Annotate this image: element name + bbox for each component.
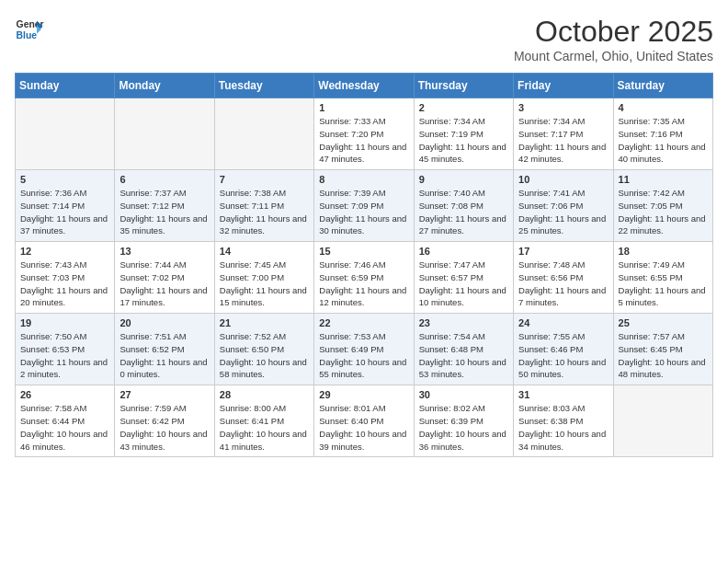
day-info: Sunrise: 7:34 AM Sunset: 7:17 PM Dayligh… (518, 115, 608, 166)
day-info: Sunrise: 7:35 AM Sunset: 7:16 PM Dayligh… (619, 115, 708, 166)
day-number: 7 (220, 174, 309, 185)
day-info: Sunrise: 7:36 AM Sunset: 7:14 PM Dayligh… (20, 187, 109, 237)
day-info: Sunrise: 7:53 AM Sunset: 6:49 PM Dayligh… (319, 330, 408, 381)
table-row: 4Sunrise: 7:35 AM Sunset: 7:16 PM Daylig… (613, 98, 712, 170)
day-number: 26 (20, 389, 109, 400)
calendar-week-row: 1Sunrise: 7:33 AM Sunset: 7:20 PM Daylig… (16, 98, 713, 170)
day-number: 9 (419, 174, 508, 185)
header-thursday: Thursday (414, 74, 513, 98)
day-info: Sunrise: 7:47 AM Sunset: 6:57 PM Dayligh… (419, 259, 508, 309)
table-row: 16Sunrise: 7:47 AM Sunset: 6:57 PM Dayli… (414, 242, 513, 314)
table-row: 1Sunrise: 7:33 AM Sunset: 7:20 PM Daylig… (314, 98, 414, 170)
table-row: 21Sunrise: 7:52 AM Sunset: 6:50 PM Dayli… (214, 314, 313, 385)
table-row: 10Sunrise: 7:41 AM Sunset: 7:06 PM Dayli… (514, 170, 613, 242)
svg-text:Blue: Blue (17, 30, 38, 40)
table-row: 25Sunrise: 7:57 AM Sunset: 6:45 PM Dayli… (613, 314, 712, 385)
day-number: 3 (518, 102, 608, 113)
weekday-header-row: Sunday Monday Tuesday Wednesday Thursday… (16, 74, 713, 98)
day-number: 22 (319, 317, 408, 328)
day-number: 27 (119, 389, 209, 400)
table-row: 13Sunrise: 7:44 AM Sunset: 7:02 PM Dayli… (115, 242, 214, 314)
day-number: 8 (319, 174, 408, 185)
day-info: Sunrise: 7:59 AM Sunset: 6:42 PM Dayligh… (119, 402, 209, 453)
table-row: 24Sunrise: 7:55 AM Sunset: 6:46 PM Dayli… (514, 314, 613, 385)
day-number: 11 (619, 174, 708, 185)
day-info: Sunrise: 7:41 AM Sunset: 7:06 PM Dayligh… (518, 187, 608, 237)
table-row: 28Sunrise: 8:00 AM Sunset: 6:41 PM Dayli… (214, 385, 313, 457)
table-row: 23Sunrise: 7:54 AM Sunset: 6:48 PM Dayli… (414, 314, 513, 385)
day-number: 6 (119, 174, 209, 185)
day-info: Sunrise: 8:02 AM Sunset: 6:39 PM Dayligh… (419, 402, 508, 453)
table-row: 20Sunrise: 7:51 AM Sunset: 6:52 PM Dayli… (115, 314, 214, 385)
header-wednesday: Wednesday (314, 74, 414, 98)
calendar-week-row: 12Sunrise: 7:43 AM Sunset: 7:03 PM Dayli… (16, 242, 713, 314)
day-number: 30 (419, 389, 508, 400)
day-info: Sunrise: 8:00 AM Sunset: 6:41 PM Dayligh… (220, 402, 309, 453)
day-info: Sunrise: 7:43 AM Sunset: 7:03 PM Dayligh… (20, 259, 109, 309)
page-header: General Blue October 2025 Mount Carmel, … (15, 15, 713, 63)
day-number: 2 (419, 102, 508, 113)
table-row: 22Sunrise: 7:53 AM Sunset: 6:49 PM Dayli… (314, 314, 414, 385)
calendar-week-row: 26Sunrise: 7:58 AM Sunset: 6:44 PM Dayli… (16, 385, 713, 457)
table-row: 30Sunrise: 8:02 AM Sunset: 6:39 PM Dayli… (414, 385, 513, 457)
day-number: 10 (518, 174, 608, 185)
table-row: 27Sunrise: 7:59 AM Sunset: 6:42 PM Dayli… (115, 385, 214, 457)
day-number: 15 (319, 246, 408, 257)
day-number: 25 (619, 317, 708, 328)
day-info: Sunrise: 8:03 AM Sunset: 6:38 PM Dayligh… (518, 402, 608, 453)
day-info: Sunrise: 7:39 AM Sunset: 7:09 PM Dayligh… (319, 187, 408, 237)
day-info: Sunrise: 7:40 AM Sunset: 7:08 PM Dayligh… (419, 187, 508, 237)
table-row: 18Sunrise: 7:49 AM Sunset: 6:55 PM Dayli… (613, 242, 712, 314)
table-row: 12Sunrise: 7:43 AM Sunset: 7:03 PM Dayli… (16, 242, 115, 314)
table-row: 31Sunrise: 8:03 AM Sunset: 6:38 PM Dayli… (514, 385, 613, 457)
day-info: Sunrise: 8:01 AM Sunset: 6:40 PM Dayligh… (319, 402, 408, 453)
day-info: Sunrise: 7:33 AM Sunset: 7:20 PM Dayligh… (319, 115, 408, 166)
table-row: 19Sunrise: 7:50 AM Sunset: 6:53 PM Dayli… (16, 314, 115, 385)
day-number: 19 (20, 317, 109, 328)
table-row: 11Sunrise: 7:42 AM Sunset: 7:05 PM Dayli… (613, 170, 712, 242)
calendar-table: Sunday Monday Tuesday Wednesday Thursday… (15, 73, 713, 457)
day-number: 23 (419, 317, 508, 328)
location-title: Mount Carmel, Ohio, United States (514, 49, 713, 63)
day-number: 12 (20, 246, 109, 257)
table-row: 3Sunrise: 7:34 AM Sunset: 7:17 PM Daylig… (514, 98, 613, 170)
day-number: 28 (220, 389, 309, 400)
day-number: 29 (319, 389, 408, 400)
table-row: 9Sunrise: 7:40 AM Sunset: 7:08 PM Daylig… (414, 170, 513, 242)
header-tuesday: Tuesday (214, 74, 313, 98)
table-row (16, 98, 115, 170)
header-monday: Monday (115, 74, 214, 98)
header-sunday: Sunday (16, 74, 115, 98)
day-info: Sunrise: 7:42 AM Sunset: 7:05 PM Dayligh… (619, 187, 708, 237)
logo: General Blue (15, 15, 44, 44)
table-row: 29Sunrise: 8:01 AM Sunset: 6:40 PM Dayli… (314, 385, 414, 457)
table-row: 2Sunrise: 7:34 AM Sunset: 7:19 PM Daylig… (414, 98, 513, 170)
table-row: 15Sunrise: 7:46 AM Sunset: 6:59 PM Dayli… (314, 242, 414, 314)
month-title: October 2025 (514, 15, 713, 49)
day-number: 4 (619, 102, 708, 113)
day-number: 13 (119, 246, 209, 257)
day-info: Sunrise: 7:48 AM Sunset: 6:56 PM Dayligh… (518, 259, 608, 309)
day-info: Sunrise: 7:37 AM Sunset: 7:12 PM Dayligh… (119, 187, 209, 237)
day-info: Sunrise: 7:54 AM Sunset: 6:48 PM Dayligh… (419, 330, 508, 381)
day-number: 24 (518, 317, 608, 328)
table-row: 5Sunrise: 7:36 AM Sunset: 7:14 PM Daylig… (16, 170, 115, 242)
calendar-week-row: 19Sunrise: 7:50 AM Sunset: 6:53 PM Dayli… (16, 314, 713, 385)
calendar-week-row: 5Sunrise: 7:36 AM Sunset: 7:14 PM Daylig… (16, 170, 713, 242)
day-info: Sunrise: 7:57 AM Sunset: 6:45 PM Dayligh… (619, 330, 708, 381)
day-number: 18 (619, 246, 708, 257)
day-info: Sunrise: 7:55 AM Sunset: 6:46 PM Dayligh… (518, 330, 608, 381)
day-info: Sunrise: 7:52 AM Sunset: 6:50 PM Dayligh… (220, 330, 309, 381)
table-row: 6Sunrise: 7:37 AM Sunset: 7:12 PM Daylig… (115, 170, 214, 242)
day-number: 16 (419, 246, 508, 257)
day-number: 31 (518, 389, 608, 400)
day-number: 1 (319, 102, 408, 113)
day-info: Sunrise: 7:45 AM Sunset: 7:00 PM Dayligh… (220, 259, 309, 309)
table-row: 26Sunrise: 7:58 AM Sunset: 6:44 PM Dayli… (16, 385, 115, 457)
table-row (115, 98, 214, 170)
day-info: Sunrise: 7:51 AM Sunset: 6:52 PM Dayligh… (119, 330, 209, 381)
table-row (214, 98, 313, 170)
day-info: Sunrise: 7:50 AM Sunset: 6:53 PM Dayligh… (20, 330, 109, 381)
table-row: 7Sunrise: 7:38 AM Sunset: 7:11 PM Daylig… (214, 170, 313, 242)
day-number: 5 (20, 174, 109, 185)
